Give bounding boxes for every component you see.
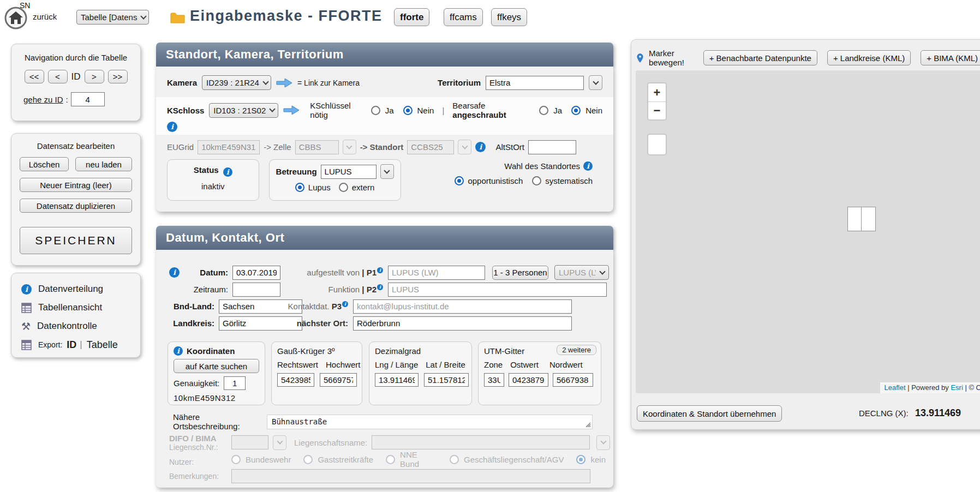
export-table-link[interactable]: Tabelle: [87, 339, 118, 351]
map-extra-control[interactable]: [647, 134, 667, 155]
datum-info-icon[interactable]: i: [169, 267, 180, 278]
kschluessel-nein-radio[interactable]: [403, 106, 413, 115]
bearsafe-ja-radio[interactable]: [539, 106, 548, 115]
zoom-out-button[interactable]: −: [648, 101, 666, 119]
p2-info-icon[interactable]: i: [377, 284, 383, 290]
eugrid-input: [198, 140, 260, 154]
karte-suchen-button[interactable]: auf Karte suchen: [174, 359, 259, 373]
map-canvas[interactable]: + − Leaflet | Powered by Esri | © C: [636, 70, 980, 393]
link-datenkontrolle[interactable]: ⚒ Datenkontrolle: [21, 317, 140, 335]
altstort-input[interactable]: [528, 140, 576, 154]
kschloss-info-icon[interactable]: i: [167, 122, 177, 132]
betreuung-input[interactable]: [321, 165, 377, 179]
zeitraum-input[interactable]: [232, 283, 280, 297]
kschluessel-ja-radio[interactable]: [371, 106, 380, 115]
p1-info-icon[interactable]: i: [377, 267, 383, 273]
export-id-link[interactable]: ID: [67, 339, 76, 351]
p1-select[interactable]: LUPUS (LW: [554, 265, 609, 280]
betreuung-select-button[interactable]: [380, 164, 394, 179]
koordinaten-info-icon[interactable]: i: [174, 346, 183, 356]
standort-panel: Standort, Kamera, Territorium Kamera ID2…: [156, 43, 613, 212]
zoom-in-button[interactable]: +: [648, 83, 666, 101]
reload-button[interactable]: neu laden: [75, 157, 132, 171]
lng-input[interactable]: [375, 373, 419, 387]
wahl-opportunistisch-radio[interactable]: [455, 176, 464, 185]
back-link[interactable]: zurück: [33, 12, 57, 21]
landkreis-label: Landkreis:: [173, 319, 214, 328]
new-entry-button[interactable]: Neuer Eintrag (leer): [20, 178, 132, 192]
p2-input[interactable]: [388, 283, 607, 297]
p3-input[interactable]: [353, 299, 572, 314]
betreuung-lupus-radio[interactable]: [295, 183, 304, 192]
more-coordinates-tab[interactable]: 2 weitere: [557, 345, 596, 355]
esri-link[interactable]: Esri: [951, 383, 963, 392]
benachbarte-datenpunkte-button[interactable]: + Benachbarte Datenpunkte: [703, 50, 817, 65]
hochwert-input[interactable]: [320, 373, 357, 387]
table-select[interactable]: Tabelle [Datens: [76, 10, 149, 25]
chevron-down-icon: [593, 79, 599, 85]
personen-button[interactable]: 1 - 3 Personen: [492, 266, 548, 280]
first-record-button[interactable]: <<: [25, 70, 44, 83]
standortwahl-group: Wahl des Standortes i opportunistisch sy…: [411, 159, 593, 187]
marker-placeholder[interactable]: [847, 207, 876, 231]
status-info-icon[interactable]: i: [223, 167, 232, 177]
goto-id-link[interactable]: gehe zu ID: [23, 95, 63, 104]
kamera-select[interactable]: ID239 : 21R24: [202, 75, 271, 90]
save-button[interactable]: SPEICHERN: [20, 227, 132, 254]
link-datenverteilung[interactable]: i Datenverteilung: [21, 280, 140, 298]
home-button[interactable]: [4, 7, 27, 29]
ortsbeschreibung-row: Nähere Ortsbeschreibung: Bühnaustraße: [156, 412, 613, 431]
hochwert-label: Hochwert: [326, 360, 360, 369]
link-export[interactable]: Export: ID | Tabelle: [21, 335, 140, 354]
ortsbeschreibung-textarea[interactable]: Bühnaustraße: [267, 415, 593, 429]
chevron-down-icon: [262, 79, 268, 85]
app-tab-ffkeys[interactable]: ffkeys: [491, 8, 527, 26]
ostwert-label: Ostwert: [510, 360, 539, 369]
p3-info-icon[interactable]: i: [342, 301, 348, 307]
datum-input[interactable]: [232, 266, 280, 280]
link-arrow-icon[interactable]: [276, 78, 292, 88]
next-record-button[interactable]: >: [85, 70, 104, 83]
nutzer-gaststreitkraefte-radio: [303, 455, 313, 464]
lng-label: Lng / Länge: [375, 360, 418, 369]
kschloss-select[interactable]: ID103 : 21S02: [209, 103, 278, 118]
resize-grip-icon[interactable]: [584, 421, 591, 428]
info-icon: i: [21, 284, 32, 295]
ort-input[interactable]: [353, 316, 572, 331]
link-arrow-icon[interactable]: [283, 105, 300, 115]
duplicate-record-button[interactable]: Datensatz duplizieren: [20, 199, 132, 213]
edit-title: Datensatz bearbeiten: [11, 134, 140, 151]
wahl-systematisch-radio[interactable]: [532, 176, 541, 185]
chevron-down-icon: [141, 13, 147, 19]
app-tab-ffcams[interactable]: ffcams: [444, 8, 483, 26]
koordinaten-uebernehmen-button[interactable]: Koordinaten & Standort übernehmen: [637, 405, 782, 422]
nutzer-label: Nutzer:: [169, 458, 230, 466]
nordwert-input[interactable]: [553, 373, 593, 387]
dezimalgrad-box: Dezimalgrad Lng / Länge Lat / Breite: [369, 341, 472, 405]
genauigkeit-input[interactable]: [224, 376, 246, 390]
bima-kml-button[interactable]: + BIMA (KML): [921, 50, 980, 65]
previous-record-button[interactable]: <: [48, 70, 68, 83]
bearsafe-nein-radio[interactable]: [571, 106, 581, 115]
territorium-select-button[interactable]: [589, 75, 602, 90]
link-tabellenansicht[interactable]: Tabellenansicht: [21, 298, 140, 317]
landkreise-kml-button[interactable]: + Landkreise (KML): [827, 50, 911, 65]
lat-input[interactable]: [424, 373, 469, 387]
goto-id-input[interactable]: [71, 92, 105, 106]
eugrid-label: EUGrid: [167, 142, 194, 152]
wahl-info-icon[interactable]: i: [583, 161, 593, 171]
p2-label: Funktion | P2i: [302, 285, 383, 294]
app-tab-fforte[interactable]: fforte: [394, 8, 429, 26]
p1-input[interactable]: [388, 266, 485, 280]
leaflet-link[interactable]: Leaflet: [885, 383, 906, 392]
rechtswert-input[interactable]: [277, 373, 314, 387]
liegenschaftsname-label: Liegenschaftsname:: [294, 438, 367, 447]
territorium-input[interactable]: [486, 76, 584, 90]
nutzer-kein-radio: [576, 455, 585, 464]
zone-input[interactable]: [484, 373, 504, 387]
last-record-button[interactable]: >>: [108, 70, 128, 83]
betreuung-extern-radio[interactable]: [339, 183, 348, 192]
eugrid-info-icon[interactable]: i: [475, 142, 486, 152]
ostwert-input[interactable]: [509, 373, 548, 387]
delete-button[interactable]: Löschen: [20, 157, 69, 171]
